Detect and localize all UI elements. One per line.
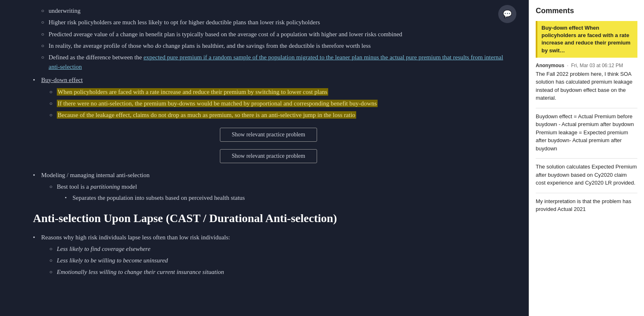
comment-entry: Buydown effect = Actual Premium before b… bbox=[536, 112, 637, 153]
comment-divider bbox=[536, 193, 637, 193]
comment-entry: My interpretation is that the problem ha… bbox=[536, 197, 637, 213]
show-practice-problem-button-1[interactable]: Show relevant practice problem bbox=[220, 128, 317, 142]
commenter-name: Anonymous bbox=[536, 63, 564, 68]
list-item: Less likely to find coverage elsewhere bbox=[49, 244, 504, 254]
list-item: Higher risk policyholders are much less … bbox=[41, 18, 504, 27]
list-item: Because of the leakage effect, claims do… bbox=[49, 110, 504, 120]
comment-toggle-button[interactable]: 💬 bbox=[498, 5, 516, 23]
comment-text: My interpretation is that the problem ha… bbox=[536, 197, 637, 213]
comment-divider bbox=[536, 108, 637, 108]
practice-btn-2-container: Show relevant practice problem bbox=[33, 149, 504, 163]
comment-meta: Anonymous · Fri, Mar 03 at 06:12 PM bbox=[536, 63, 637, 68]
comment-divider bbox=[536, 158, 637, 159]
comment-entry: Anonymous · Fri, Mar 03 at 06:12 PM The … bbox=[536, 63, 637, 102]
buydown-item: Buy-down effect When policyholders are f… bbox=[33, 75, 504, 120]
comment-text: The solution calculates Expected Premium… bbox=[536, 163, 637, 187]
list-item: In reality, the average profile of those… bbox=[41, 41, 504, 51]
comment-text: The Fall 2022 problem here, I think SOA … bbox=[536, 70, 637, 102]
list-item: Predicted average value of a change in b… bbox=[41, 30, 504, 39]
list-item: underwriting bbox=[41, 6, 504, 16]
list-item: Best tool is a partitioning model Separa… bbox=[49, 182, 504, 203]
comments-panel: Comments Buy-down effect When policyhold… bbox=[529, 0, 644, 316]
comment-icon: 💬 bbox=[503, 9, 512, 19]
lapse-item: Reasons why high risk individuals lapse … bbox=[33, 233, 504, 277]
comment-highlight-quote: Buy-down effect When policyholders are f… bbox=[536, 21, 637, 58]
list-item: When policyholders are faced with a rate… bbox=[49, 87, 504, 97]
comment-text: Buydown effect = Actual Premium before b… bbox=[536, 112, 637, 153]
list-item: Separates the population into subsets ba… bbox=[65, 193, 504, 203]
comment-entry: The solution calculates Expected Premium… bbox=[536, 163, 637, 187]
list-item: Emotionally less willing to change their… bbox=[49, 267, 504, 277]
practice-btn-1-container: Show relevant practice problem bbox=[33, 128, 504, 142]
comments-title: Comments bbox=[536, 7, 637, 15]
comment-date: Fri, Mar 03 at 06:12 PM bbox=[571, 63, 623, 68]
list-item: Defined as the difference between the ex… bbox=[41, 53, 504, 72]
section-heading: Anti-selection Upon Lapse (CAST / Durati… bbox=[33, 211, 504, 226]
buydown-label: Buy-down effect bbox=[41, 77, 83, 83]
main-content: underwriting Higher risk policyholders a… bbox=[0, 0, 529, 316]
show-practice-problem-button-2[interactable]: Show relevant practice problem bbox=[220, 149, 317, 163]
list-item: Less likely to be willing to become unin… bbox=[49, 256, 504, 265]
list-item: If there were no anti-selection, the pre… bbox=[49, 99, 504, 108]
modeling-item: Modeling / managing internal anti-select… bbox=[33, 171, 504, 203]
